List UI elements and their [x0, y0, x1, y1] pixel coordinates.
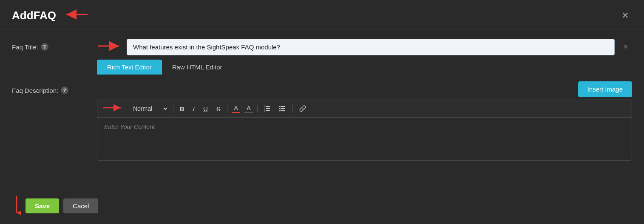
format-select[interactable]: Normal Heading 1 Heading 2 Heading 3 — [130, 104, 169, 113]
faq-title-help-icon[interactable]: ? — [41, 43, 48, 51]
close-button[interactable]: × — [618, 8, 632, 23]
tab-rich-text-editor[interactable]: Rich Text Editor — [97, 60, 162, 75]
faq-title-arrow-icon — [97, 41, 122, 54]
faq-title-control: × Rich Text Editor Raw HTML Editor — [97, 39, 632, 75]
toolbar-divider-1 — [173, 105, 173, 112]
modal-footer: Save Cacel — [0, 190, 644, 224]
cancel-button[interactable]: Cacel — [63, 198, 98, 213]
modal-body: Faq Title: ? — [0, 29, 644, 190]
svg-rect-13 — [281, 108, 285, 109]
unordered-list-button[interactable] — [277, 104, 288, 113]
modal-title-row: AddFAQ — [12, 9, 88, 22]
svg-rect-12 — [281, 106, 285, 107]
underline-button[interactable]: U — [201, 105, 210, 113]
insert-image-button[interactable]: Insert Image — [578, 81, 632, 97]
faq-description-label: Faq Description: ? — [12, 81, 97, 94]
clear-title-icon[interactable]: × — [619, 39, 632, 55]
toolbar-divider-4 — [292, 105, 293, 112]
faq-title-label-text: Faq Title: — [12, 43, 38, 51]
title-arrow-icon — [63, 9, 88, 21]
svg-rect-6 — [266, 106, 270, 107]
svg-point-17 — [279, 110, 281, 112]
faq-title-row: Faq Title: ? — [12, 39, 632, 75]
editor-tabs: Rich Text Editor Raw HTML Editor — [97, 60, 632, 75]
rich-text-editor: Normal Heading 1 Heading 2 Heading 3 B I… — [97, 100, 632, 161]
save-button[interactable]: Save — [26, 198, 59, 213]
faq-description-row: Faq Description: ? Insert Image — [12, 81, 632, 161]
link-button[interactable] — [297, 104, 308, 113]
modal-header: AddFAQ × — [0, 0, 644, 29]
bold-button[interactable]: B — [178, 105, 187, 113]
ordered-list-button[interactable]: 1 2 3 — [262, 104, 273, 113]
faq-title-label: Faq Title: ? — [12, 39, 97, 51]
editor-placeholder: Enter Your Content — [104, 123, 155, 130]
toolbar-divider-2 — [227, 105, 227, 112]
footer-down-arrow-icon — [12, 195, 21, 216]
faq-title-input[interactable] — [127, 39, 615, 55]
tab-raw-html-editor[interactable]: Raw HTML Editor — [162, 60, 233, 75]
faq-description-help-icon[interactable]: ? — [61, 86, 68, 94]
font-color-button[interactable]: A — [232, 104, 240, 113]
svg-rect-14 — [281, 110, 285, 111]
toolbar-arrow-icon — [102, 103, 124, 114]
highlight-button[interactable]: A — [244, 104, 253, 113]
svg-point-15 — [279, 106, 281, 107]
svg-text:3: 3 — [264, 109, 265, 112]
description-control: Insert Image — [97, 81, 632, 161]
modal-title: AddFAQ — [12, 9, 56, 22]
editor-content-area[interactable]: Enter Your Content — [97, 118, 632, 160]
svg-rect-8 — [266, 110, 270, 111]
italic-button[interactable]: I — [191, 105, 197, 113]
faq-description-label-text: Faq Description: — [12, 87, 58, 94]
toolbar-divider-3 — [257, 105, 258, 112]
svg-rect-7 — [266, 108, 270, 109]
strikethrough-button[interactable]: S — [214, 105, 223, 113]
svg-point-16 — [279, 108, 281, 109]
insert-image-row: Insert Image — [97, 81, 632, 97]
editor-toolbar: Normal Heading 1 Heading 2 Heading 3 B I… — [97, 100, 632, 118]
modal: AddFAQ × Faq Title: ? — [0, 0, 644, 224]
faq-title-input-row: × — [97, 39, 632, 55]
